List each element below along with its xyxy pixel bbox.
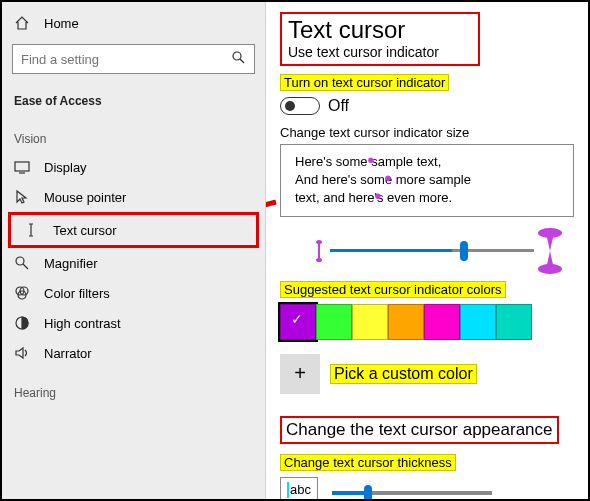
sidebar-item-mouse-pointer[interactable]: Mouse pointer <box>2 182 265 212</box>
text-cursor-icon <box>23 222 39 238</box>
sidebar-home-label: Home <box>44 16 79 31</box>
sidebar-item-magnifier[interactable]: Magnifier <box>2 248 265 278</box>
sidebar-item-label: Display <box>44 160 87 175</box>
cursor-indicator-icon: ● <box>384 169 392 187</box>
display-icon <box>14 159 30 175</box>
sidebar-item-display[interactable]: Display <box>2 152 265 182</box>
high-contrast-icon <box>14 315 30 331</box>
color-swatch[interactable] <box>280 304 316 340</box>
indicator-size-slider[interactable] <box>280 225 574 275</box>
color-swatch[interactable] <box>316 304 352 340</box>
page-title: Text cursor <box>288 16 472 44</box>
slider-thumb[interactable] <box>364 485 372 499</box>
home-icon <box>14 15 30 31</box>
sidebar-item-label: Narrator <box>44 346 92 361</box>
sidebar-group-hearing: Hearing <box>2 368 265 406</box>
custom-color-label: Pick a custom color <box>330 364 477 384</box>
title-section: Text cursor Use text cursor indicator <box>280 12 480 66</box>
main-panel: Text cursor Use text cursor indicator Tu… <box>266 2 588 499</box>
indicator-toggle[interactable]: Off <box>280 97 574 115</box>
sidebar-category: Ease of Access <box>2 80 265 114</box>
thickness-preview: abc <box>280 477 318 499</box>
colors-label: Suggested text cursor indicator colors <box>280 281 506 298</box>
svg-point-11 <box>538 264 562 274</box>
toggle-switch[interactable] <box>280 97 320 115</box>
mouse-pointer-icon <box>14 189 30 205</box>
sample-line: And here's some more sample <box>295 171 559 189</box>
thickness-preview-text: abc <box>290 482 311 497</box>
color-swatch[interactable] <box>496 304 532 340</box>
slider-thumb[interactable] <box>460 241 468 261</box>
svg-rect-1 <box>15 162 29 171</box>
thickness-label: Change text cursor thickness <box>280 454 456 471</box>
thickness-slider[interactable] <box>332 491 492 495</box>
search-input[interactable] <box>21 52 230 67</box>
svg-rect-8 <box>318 242 320 260</box>
sidebar-item-label: Mouse pointer <box>44 190 126 205</box>
size-min-icon <box>312 239 326 267</box>
plus-icon: + <box>294 362 306 385</box>
sample-text-box: Here's some sample text, And here's some… <box>280 144 574 217</box>
appearance-title: Change the text cursor appearance <box>286 420 553 440</box>
cursor-indicator-icon: ● <box>374 187 382 205</box>
sidebar-item-color-filters[interactable]: Color filters <box>2 278 265 308</box>
size-label: Change text cursor indicator size <box>280 125 574 140</box>
add-custom-color-button[interactable]: + <box>280 354 320 394</box>
color-filters-icon <box>14 285 30 301</box>
toggle-label: Turn on text cursor indicator <box>280 74 449 91</box>
narrator-icon <box>14 345 30 361</box>
sidebar-item-label: High contrast <box>44 316 121 331</box>
sidebar-item-narrator[interactable]: Narrator <box>2 338 265 368</box>
svg-point-2 <box>16 257 24 265</box>
search-input-wrap[interactable] <box>12 44 255 74</box>
color-swatch[interactable] <box>388 304 424 340</box>
sidebar-item-label: Color filters <box>44 286 110 301</box>
svg-point-9 <box>316 258 322 262</box>
sidebar-item-high-contrast[interactable]: High contrast <box>2 308 265 338</box>
sidebar-group-vision: Vision <box>2 114 265 152</box>
toggle-state: Off <box>328 97 349 115</box>
sidebar-home[interactable]: Home <box>2 8 265 38</box>
appearance-section: Change the text cursor appearance <box>280 416 559 444</box>
cursor-indicator-icon: ● <box>367 151 375 169</box>
size-max-icon <box>536 227 564 279</box>
color-swatch[interactable] <box>460 304 496 340</box>
sidebar-item-label: Magnifier <box>44 256 97 271</box>
sample-line: text, and here's even more. <box>295 189 559 207</box>
magnifier-icon <box>14 255 30 271</box>
color-swatch[interactable] <box>424 304 460 340</box>
sidebar: Home Ease of Access Vision Display Mouse… <box>2 2 266 499</box>
svg-point-0 <box>233 52 241 60</box>
cursor-bar-icon <box>287 482 289 498</box>
page-subtitle: Use text cursor indicator <box>288 44 472 60</box>
color-swatch[interactable] <box>352 304 388 340</box>
sample-line: Here's some sample text, <box>295 153 559 171</box>
sidebar-item-text-cursor[interactable]: Text cursor <box>11 215 256 245</box>
search-icon <box>230 49 246 69</box>
color-swatches <box>280 304 574 340</box>
sidebar-item-label: Text cursor <box>53 223 117 238</box>
